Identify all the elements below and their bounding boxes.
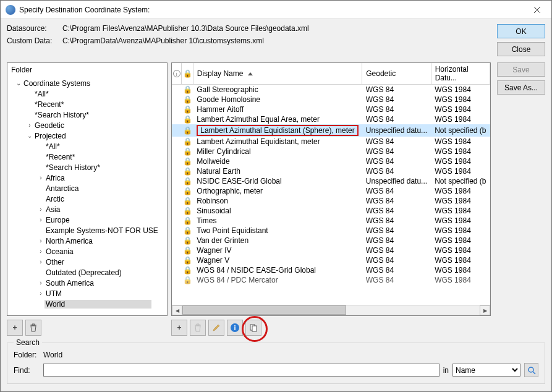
svg-line-5: [533, 372, 535, 374]
find-input[interactable]: [43, 364, 439, 377]
tree-item-label: Europe: [45, 216, 71, 224]
tree-item-label: North America: [45, 237, 94, 245]
col-hdatum[interactable]: Horizontal Datu...: [431, 63, 490, 85]
system-info-button[interactable]: i: [227, 320, 243, 336]
cell-hdatum: WGS 1984: [431, 114, 490, 124]
table-row[interactable]: 🔒Natural EarthWGS 84WGS 1984: [172, 166, 490, 176]
table-row[interactable]: 🔒Wagner VWGS 84WGS 1984: [172, 255, 490, 265]
saveas-button[interactable]: Save As...: [497, 80, 545, 95]
table-row[interactable]: 🔒Wagner IVWGS 84WGS 1984: [172, 245, 490, 255]
lock-icon: 🔒: [183, 147, 192, 156]
cell-display-name: Mollweide: [193, 156, 362, 166]
folder-delete-button[interactable]: [25, 320, 41, 336]
tree-item[interactable]: *All*: [10, 141, 164, 151]
tree-item[interactable]: ›UTM: [10, 288, 164, 299]
close-button[interactable]: Close: [497, 42, 545, 56]
table-row[interactable]: 🔒RobinsonWGS 84WGS 1984: [172, 196, 490, 206]
cell-hdatum: Not specified (b: [431, 176, 490, 186]
tree-item[interactable]: ›Europe: [10, 215, 164, 225]
lock-icon: 🔒: [183, 256, 192, 265]
table-row[interactable]: 🔒Orthographic, meterWGS 84WGS 1984: [172, 186, 490, 196]
pencil-icon: [212, 323, 221, 332]
table-row[interactable]: 🔒Lambert Azimuthal Equidistant (Sphere),…: [172, 124, 490, 137]
folder-tree[interactable]: ⌄Coordinate Systems*All**Recent**Search …: [7, 77, 167, 315]
col-geodetic[interactable]: Geodetic: [362, 63, 431, 85]
cell-geodetic: WGS 84: [362, 206, 431, 216]
table-row[interactable]: 🔒Lambert Azimuthal Equal Area, meterWGS …: [172, 114, 490, 124]
window-close-button[interactable]: [523, 1, 551, 19]
cell-hdatum: WGS 1984: [431, 186, 490, 196]
table-row[interactable]: 🔒Hammer AitoffWGS 84WGS 1984: [172, 104, 490, 114]
horizontal-scrollbar[interactable]: ◀ ▶: [172, 305, 490, 315]
search-group: Search Folder: World Find: in Name: [7, 338, 545, 384]
tree-item[interactable]: *Recent*: [10, 151, 164, 162]
chevron-right-icon: ›: [37, 290, 45, 297]
tree-item-label: *Recent*: [33, 100, 65, 109]
table-row[interactable]: 🔒Van der GrintenWGS 84WGS 1984: [172, 236, 490, 245]
table-row[interactable]: 🔒MollweideWGS 84WGS 1984: [172, 156, 490, 166]
col-lock[interactable]: 🔒: [182, 63, 193, 85]
search-go-button[interactable]: [524, 363, 538, 377]
systems-grid[interactable]: i 🔒 Display Name Geodetic Horizontal Dat…: [172, 63, 490, 305]
tree-item[interactable]: ›Oceania: [10, 246, 164, 257]
system-copy-button[interactable]: [245, 320, 261, 336]
tree-item[interactable]: ›Geodetic: [10, 120, 164, 130]
table-row[interactable]: 🔒WGS 84 / NSIDC EASE-Grid GlobalWGS 84WG…: [172, 265, 490, 275]
cell-display-name: Gall Stereographic: [193, 85, 362, 95]
tree-item[interactable]: ›South America: [10, 278, 164, 288]
tree-item[interactable]: ⌄Projected: [10, 130, 164, 141]
ok-button[interactable]: OK: [497, 24, 545, 38]
tree-item[interactable]: World: [10, 299, 164, 309]
tree-item[interactable]: ⌄Coordinate Systems: [10, 78, 164, 88]
tree-item[interactable]: ›Other: [10, 257, 164, 267]
col-info[interactable]: i: [172, 63, 182, 85]
tree-item[interactable]: *All*: [10, 88, 164, 99]
table-row[interactable]: 🔒Lambert Azimuthal Equidistant, meterWGS…: [172, 137, 490, 147]
trash-icon: [29, 323, 38, 332]
folder-add-button[interactable]: +: [7, 320, 23, 336]
svg-rect-3: [252, 326, 257, 331]
col-display-name[interactable]: Display Name: [193, 63, 362, 85]
table-row[interactable]: 🔒SinusoidalWGS 84WGS 1984: [172, 206, 490, 216]
table-row[interactable]: 🔒Gall StereographicWGS 84WGS 1984: [172, 85, 490, 95]
tree-item[interactable]: Outdated (Deprecated): [10, 267, 164, 278]
cell-display-name: Orthographic, meter: [193, 186, 362, 196]
tree-item[interactable]: ›Africa: [10, 173, 164, 183]
scroll-left[interactable]: ◀: [172, 305, 182, 315]
system-delete-button[interactable]: [190, 320, 206, 336]
search-by-select[interactable]: Name: [452, 364, 520, 377]
cell-display-name: Natural Earth: [193, 166, 362, 176]
tree-item[interactable]: *Recent*: [10, 99, 164, 109]
search-icon: [527, 366, 536, 375]
table-row[interactable]: 🔒TimesWGS 84WGS 1984: [172, 216, 490, 226]
table-row[interactable]: 🔒Miller CylindricalWGS 84WGS 1984: [172, 147, 490, 156]
chevron-right-icon: ›: [37, 174, 45, 181]
table-row[interactable]: 🔒WGS 84 / PDC MercatorWGS 84WGS 1984: [172, 275, 490, 285]
tree-item-label: UTM: [45, 289, 63, 298]
cell-display-name: Lambert Azimuthal Equidistant, meter: [193, 137, 362, 147]
cell-display-name: Wagner IV: [193, 245, 362, 255]
table-row[interactable]: 🔒Two Point EquidistantWGS 84WGS 1984: [172, 226, 490, 236]
save-button[interactable]: Save: [497, 62, 545, 77]
cell-display-name: Goode Homolosine: [193, 95, 362, 104]
cell-hdatum: WGS 1984: [431, 85, 490, 95]
system-edit-button[interactable]: [208, 320, 224, 336]
cell-display-name: Robinson: [193, 196, 362, 206]
titlebar: Specify Destination Coordinate System:: [1, 1, 551, 19]
table-row[interactable]: 🔒NSIDC EASE-Grid GlobalUnspecified datu.…: [172, 176, 490, 186]
table-row[interactable]: 🔒Goode HomolosineWGS 84WGS 1984: [172, 95, 490, 104]
tree-item[interactable]: Arctic: [10, 194, 164, 204]
tree-item[interactable]: Example Systems-NOT FOR USE: [10, 225, 164, 236]
chevron-right-icon: ›: [37, 206, 45, 213]
tree-item[interactable]: Antarctica: [10, 183, 164, 194]
lock-icon: 🔒: [183, 246, 192, 255]
tree-item[interactable]: *Search History*: [10, 162, 164, 173]
chevron-right-icon: ›: [37, 279, 45, 286]
cell-geodetic: WGS 84: [362, 147, 431, 156]
tree-item[interactable]: ›North America: [10, 236, 164, 246]
tree-item[interactable]: ›Asia: [10, 204, 164, 215]
tree-item[interactable]: *Search History*: [10, 109, 164, 120]
system-add-button[interactable]: +: [171, 320, 187, 336]
scroll-right[interactable]: ▶: [480, 305, 490, 315]
cell-hdatum: WGS 1984: [431, 156, 490, 166]
